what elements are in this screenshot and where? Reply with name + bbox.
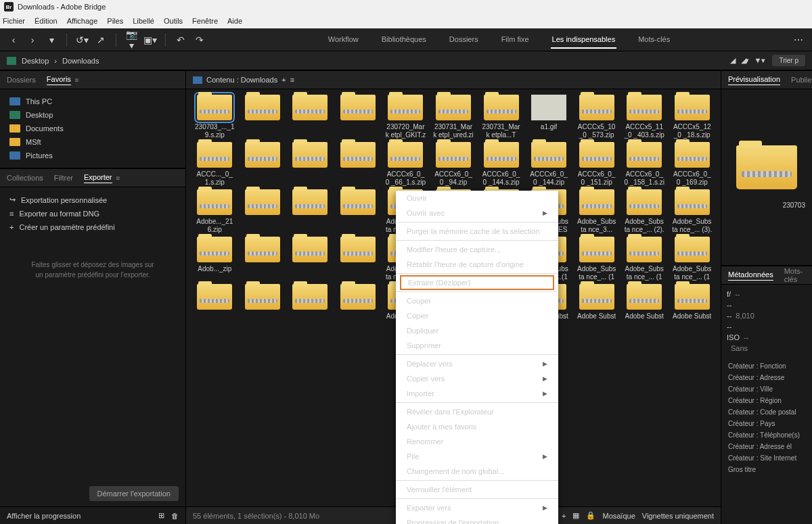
thumbnail-item[interactable]: Adobe_Substa nce_... (13).zip [623, 237, 667, 281]
thumbnail-item[interactable]: ACCCx5_10_0 _573.zip [574, 95, 618, 139]
context-menu-item[interactable]: Changement de nom global... [396, 464, 558, 479]
show-progress-link[interactable]: Afficher la progression [7, 512, 81, 520]
metadata-field[interactable]: Créateur : Adresse [721, 372, 812, 383]
context-menu-item[interactable]: Verrouiller l'élément [396, 482, 558, 497]
context-menu-item[interactable]: Ouvrir avec▶ [396, 206, 558, 220]
menu-fichier[interactable]: Fichier [3, 17, 25, 25]
thumbnail-item[interactable]: ACCCx6_0_0 _151.zip [574, 142, 618, 187]
panel-tab[interactable]: Favoris [47, 75, 71, 85]
thumbnail-item[interactable] [336, 284, 380, 329]
thumbnail-item[interactable] [288, 284, 332, 329]
panel-menu-icon[interactable]: ≡ [75, 76, 79, 84]
thumbnail-item[interactable] [241, 95, 285, 139]
thumbnail-item[interactable]: 230720_Mark etpl_GKIT.zip [384, 95, 428, 139]
panel-tab[interactable]: Exporter [84, 173, 112, 183]
context-menu-item[interactable]: Extraire (Dézipper) [400, 275, 554, 290]
more-icon[interactable]: ⋯ [792, 34, 805, 45]
context-menu-item[interactable]: Rétablir l'heure de capture d'origine [396, 257, 558, 272]
thumb-size-icon[interactable]: ◢ [730, 56, 734, 65]
thumbnail-item[interactable] [288, 95, 332, 139]
thumbnail-item[interactable] [193, 284, 237, 329]
breadcrumb-current[interactable]: Downloads [62, 57, 99, 65]
thumbnail-item[interactable]: ACCCx5_11_0 _403.s.zip [623, 95, 667, 139]
thumbnail-item[interactable]: 230703_..._19.s.zip [193, 95, 237, 139]
breadcrumb-root[interactable]: Desktop [22, 57, 49, 65]
export-preset-item[interactable]: +Créer un paramètre prédéfini [0, 220, 185, 234]
context-menu-item[interactable]: Déplacer vers▶ [396, 356, 558, 371]
thumbnail-item[interactable] [241, 142, 285, 187]
camera-icon[interactable]: 📷▾ [125, 29, 138, 51]
workspace-tab[interactable]: Les indispensables [551, 31, 617, 49]
context-menu-item[interactable]: Renommer [396, 434, 558, 449]
stack-icon[interactable]: ▣▾ [143, 34, 157, 45]
thumbnail-item[interactable] [241, 284, 285, 329]
sort-button[interactable]: Trier p [772, 55, 805, 66]
context-menu-item[interactable]: Progression de l'exportation [396, 515, 558, 524]
context-menu-item[interactable]: Ouvrir [396, 191, 558, 206]
panel-tab[interactable]: Métadonnées [728, 270, 773, 281]
history-icon[interactable]: ↺▾ [75, 34, 89, 45]
thumbnail-item[interactable]: Adobe_Substa nce_... (12).zip [574, 237, 618, 281]
thumbnails-only-label[interactable]: Vignettes uniquement [642, 512, 714, 520]
back-icon[interactable]: ‹ [7, 34, 20, 45]
thumbnail-item[interactable] [241, 237, 285, 281]
thumbnail-item[interactable] [336, 189, 380, 234]
context-menu-item[interactable]: Pile▶ [396, 449, 558, 464]
menu-édition[interactable]: Édition [35, 17, 58, 25]
thumbnail-item[interactable]: Adobe_Substa nce_3... (1).zip [574, 189, 618, 234]
context-menu-item[interactable]: Importer▶ [396, 386, 558, 401]
thumbnail-item[interactable]: ACCCx6_0_0 _144.zip [527, 142, 571, 187]
thumbnail-item[interactable]: Adobe_Substa nce_... (14).zip [670, 237, 714, 281]
thumbnail-item[interactable]: ACCCx6_0_0 _169.zip [670, 142, 714, 187]
metadata-field[interactable]: Créateur : Fonction [721, 360, 812, 372]
thumbnail-item[interactable]: ACCCx6_0_0 _158_1.s.zip [623, 142, 667, 187]
workspace-tab[interactable]: Bibliothèques [380, 31, 428, 49]
metadata-field[interactable]: Gros titre [721, 464, 812, 475]
context-menu-item[interactable]: Modifier l'heure de capture... [396, 242, 558, 257]
context-menu-item[interactable]: Purger la mémoire cache de la sélection [396, 224, 558, 239]
thumbnail-item[interactable]: Adobe_Substa nce_... (3).zip [670, 189, 714, 234]
context-menu-item[interactable]: Couper [396, 293, 558, 308]
thumbnail-item[interactable] [288, 142, 332, 187]
thumb-size-large-icon[interactable]: ◢▾ [741, 56, 748, 65]
favorite-item[interactable]: MSft [0, 135, 185, 149]
zoom-in-icon[interactable]: + [562, 512, 566, 520]
thumbnail-item[interactable]: ACCCx6_0_0 _144.s.zip [479, 142, 523, 187]
panel-tab[interactable]: Prévisualisation [728, 75, 780, 85]
thumbnail-item[interactable] [288, 237, 332, 281]
mosaic-label[interactable]: Mosaïque [602, 512, 635, 520]
thumbnail-item[interactable] [241, 189, 285, 234]
thumbnail-item[interactable]: 230731_Mark etpla...T (1).zip [479, 95, 523, 139]
thumbnail-item[interactable]: a1.gif [527, 95, 571, 139]
panel-menu-icon[interactable]: ≡ [116, 174, 120, 182]
metadata-field[interactable]: Créateur : Ville [721, 383, 812, 395]
workspace-tab[interactable]: Dossiers [448, 31, 480, 49]
metadata-field[interactable]: Créateur : Région [721, 395, 812, 406]
workspace-tab[interactable]: Mots-clés [637, 31, 671, 49]
thumbnail-item[interactable]: ACCCx5_12_0 _18.s.zip [670, 95, 714, 139]
rotate-cw-icon[interactable]: ↷ [193, 34, 206, 45]
rotate-ccw-icon[interactable]: ↶ [174, 34, 187, 45]
metadata-field[interactable]: Créateur : Adresse él [721, 441, 812, 452]
thumbnail-item[interactable]: ACCC..._0_1.s.zip [193, 142, 237, 187]
favorite-item[interactable]: This PC [0, 95, 185, 108]
workspace-tab[interactable]: Workflow [327, 31, 360, 49]
thumbnail-item[interactable]: Adobe_Substa nce_... (2).zip [623, 189, 667, 234]
thumbnail-item[interactable]: Adob..._zip [193, 237, 237, 281]
thumbnail-item[interactable]: Adobe Subst [574, 284, 618, 329]
panel-tab[interactable]: Mots-clés [784, 267, 805, 283]
thumbnail-item[interactable]: ACCCx6_0_0 _66_1.s.zip [384, 142, 428, 187]
metadata-field[interactable]: Créateur : Site Internet [721, 452, 812, 464]
favorite-item[interactable]: Pictures [0, 149, 185, 162]
context-menu-item[interactable]: Copier [396, 308, 558, 323]
menu-affichage[interactable]: Affichage [67, 17, 98, 25]
reveal-icon[interactable]: ↗ [94, 34, 108, 45]
panel-tab[interactable]: Publier [791, 76, 812, 84]
desktop-icon[interactable] [7, 57, 16, 65]
thumbnail-item[interactable]: Adobe Subst [670, 284, 714, 329]
panel-tab[interactable]: Dossiers [7, 76, 36, 84]
menu-libellé[interactable]: Libellé [133, 17, 154, 25]
thumbnail-item[interactable]: Adobe..._216.zip [193, 189, 237, 234]
expand-icon[interactable]: ⊞ [158, 511, 164, 520]
context-menu-item[interactable]: Révéler dans l'Explorateur [396, 404, 558, 419]
